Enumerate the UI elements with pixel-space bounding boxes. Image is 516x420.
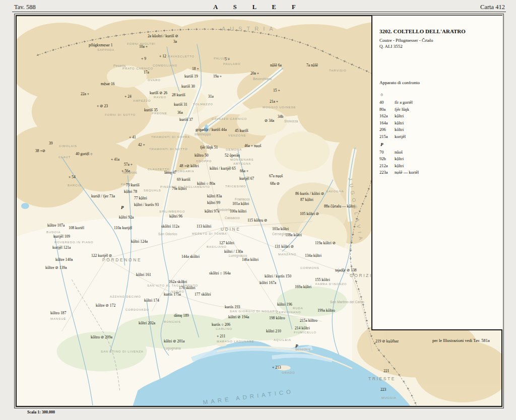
legend-entry: 223anọšê — kortêl — [379, 170, 497, 175]
legend-symbol-p: P — [380, 142, 497, 147]
legend-entry: 70nûoš — [379, 150, 497, 155]
atlas-page: Tav. 588 A S L E F Carta 412 — [0, 0, 516, 420]
illustrations-note: per le Illustrazioni vedi Tav. 581a — [432, 338, 490, 343]
scale-label: Scala 1: 300.000 — [27, 410, 55, 414]
legend-title: 3202. COLTELLO DELL'ARATRO — [379, 28, 497, 34]
legend-panel: 3202. COLTELLO DELL'ARATRO Coutre - Pflu… — [371, 16, 502, 330]
legend-entry: 40fîr a gortêl — [379, 100, 497, 105]
legend-entry: 206kôltri — [379, 127, 497, 132]
legend-entry: 164akộltri — [379, 120, 497, 125]
legend-entry: 80afjêr lûŋk — [379, 107, 497, 112]
legend-entry: 162akộltri — [379, 113, 497, 118]
header-rule — [12, 12, 506, 12]
lake-cavazzo — [205, 124, 209, 132]
carta-label: Carta 412 — [480, 4, 505, 11]
atlas-title: A S L E F — [0, 4, 516, 11]
legend-entry: 212akộltri — [379, 163, 497, 168]
legend-apparato-title: Apparato di confronto — [379, 80, 497, 85]
legend-symbol-circle: ○ — [380, 92, 497, 97]
lake-barcis — [21, 203, 29, 209]
legend-questionnaire: Q. ALI 3552 — [379, 44, 497, 49]
legend-subtitle: Coutre - Pflugmesser - Črtalo — [379, 38, 497, 43]
legend-entry: 215akortjêl — [379, 134, 497, 139]
legend-groups: ○40fîr a gortêl80afjêr lûŋk162akộltri164… — [379, 92, 497, 175]
legend-entry: 92bkộltri — [379, 156, 497, 161]
